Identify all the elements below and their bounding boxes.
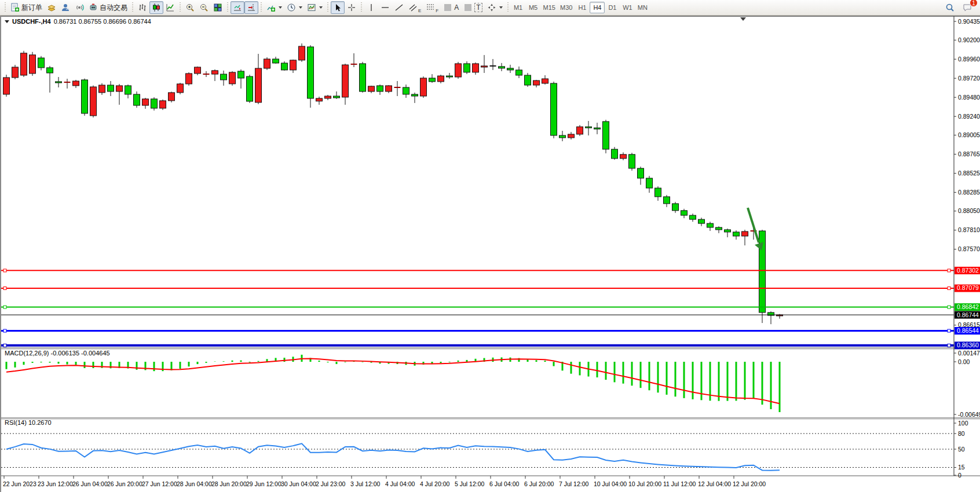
text-button[interactable]: A [441,1,461,14]
tf-h4[interactable]: H4 [590,2,605,13]
tf-m15[interactable]: M15 [541,2,558,13]
tf-m30-label: M30 [560,4,572,11]
arrows-icon [487,3,496,12]
auto-trading-icon [89,3,98,12]
expert-advisor-button[interactable] [58,1,72,14]
tf-w1[interactable]: W1 [620,2,635,13]
tf-m30[interactable]: M30 [558,2,575,13]
label-button-glyph: T [474,3,482,12]
price-tick-label: 0.87570 [958,245,980,252]
periods-button-caret-icon[interactable] [299,6,302,9]
market-button[interactable] [45,1,58,14]
tf-m15-label: M15 [543,4,555,11]
indicators-button-caret-icon[interactable] [279,6,282,9]
crosshair-button[interactable] [345,1,359,14]
chart-shift-icon [247,3,256,12]
tile-windows-button[interactable] [211,1,225,14]
support-line-2-anchor[interactable] [948,329,950,332]
signals-button[interactable] [72,1,86,14]
support-line-3-anchor[interactable] [948,344,950,347]
toolbar-group-grip[interactable] [179,2,181,13]
time-tick-label: 10 Jul 20:00 [628,480,661,487]
label-icon [463,3,473,12]
time-tick-label: 22 Jun 2023 [3,480,36,487]
tf-mn[interactable]: MN [635,2,650,13]
toolbar-group-grip[interactable] [360,2,363,13]
zoom-out-icon [199,3,209,12]
line-chart-button[interactable] [163,1,177,14]
rsi-axis-label: 0 [958,472,961,479]
support-line-1-anchor[interactable] [948,306,950,309]
new-order-button[interactable]: 新订单 [8,1,45,14]
tf-d1[interactable]: D1 [605,2,620,13]
toolbar-group-grip[interactable] [327,2,329,13]
chart-ohlc-values: 0.86731 0.86755 0.86696 0.86744 [54,18,151,25]
zoom-in-button[interactable] [183,1,197,14]
chart-symbol-period: USDCHF-,H4 [12,18,51,25]
resistance-line-2-anchor[interactable] [3,287,6,289]
tf-m1[interactable]: M1 [511,2,526,13]
rsi-axis-label: 100 [958,420,968,427]
candlestick-button[interactable] [149,1,163,14]
indicators-button[interactable] [264,1,284,14]
svg-text:0.86744: 0.86744 [957,311,979,318]
time-tick-label: 29 Jun 12:00 [246,480,281,487]
time-tick-label: 11 Jul 12:00 [663,480,696,487]
toolbar-group-grip[interactable] [260,2,262,13]
rsi-indicator-label: RSI(14) 10.2670 [5,419,52,426]
support-line-2-anchor[interactable] [3,329,6,332]
toolbar-group-grip[interactable] [507,2,509,13]
time-tick-label: 6 Jul 20:00 [524,480,554,487]
resistance-line-2-anchor[interactable] [948,287,950,289]
resistance-line-1-anchor[interactable] [948,269,950,272]
toolbar-group-grip[interactable] [131,2,134,13]
resistance-line-1-anchor[interactable] [3,269,6,272]
svg-text:0.87302: 0.87302 [957,267,979,274]
chart-shift-button[interactable] [244,1,258,14]
notifications-button[interactable]: 1 [960,1,974,14]
support-line-3-anchor[interactable] [3,344,6,347]
chart-dropdown-icon[interactable] [5,20,9,23]
time-tick-label: 6 Jul 04:00 [489,480,520,487]
cursor-button[interactable] [331,1,345,14]
svg-text:0.86544: 0.86544 [957,327,979,334]
template-icon [307,3,316,12]
bar-chart-icon [138,3,147,12]
auto-trading-button[interactable]: 自动交易 [86,1,130,14]
time-tick-label: 12 Jul 20:00 [733,480,766,487]
price-tick-label: 0.88525 [958,170,980,177]
tf-h1[interactable]: H1 [575,2,590,13]
indicators-icon [266,3,276,12]
search-button[interactable] [943,1,957,14]
chart-canvas[interactable]: 0.904350.902000.899600.897200.894800.892… [1,16,980,492]
zoom-in-icon [185,3,195,12]
arrows-button-caret-icon[interactable] [499,6,503,9]
periods-button[interactable] [284,1,305,14]
tf-m5[interactable]: M5 [526,2,541,13]
signals-icon [75,3,84,12]
channel-button[interactable]: E [406,1,423,14]
zoom-out-button[interactable] [197,1,211,14]
price-tick-label: 0.90200 [958,36,980,43]
toolbar-group-grip[interactable] [226,2,229,13]
fibonacci-button[interactable]: F [423,1,441,14]
trendline-button[interactable] [392,1,406,14]
templates-button[interactable] [305,1,325,14]
toolbar-group-grip[interactable] [4,2,6,13]
label-button[interactable]: T [461,1,484,14]
tf-mn-label: MN [638,4,648,11]
chart-window[interactable]: USDCHF-,H4 0.86731 0.86755 0.86696 0.867… [0,16,980,492]
hline-icon [381,3,390,12]
time-tick-label: 23 Jun 12:00 [38,480,73,487]
arrows-button[interactable] [485,1,505,14]
vertical-line-button[interactable] [364,1,378,14]
horizontal-line-button[interactable] [378,1,392,14]
resistance-line-2-price-label: 0.87079 [955,284,980,292]
support-line-1-anchor[interactable] [3,306,6,309]
time-tick-label: 2 Jul 23:00 [316,480,346,487]
support-line-3-price-label: 0.86360 [955,342,980,349]
price-tick-label: 0.89480 [958,94,980,101]
bar-chart-button[interactable] [136,1,149,14]
templates-button-caret-icon[interactable] [319,6,323,9]
auto-scroll-button[interactable] [231,1,244,14]
